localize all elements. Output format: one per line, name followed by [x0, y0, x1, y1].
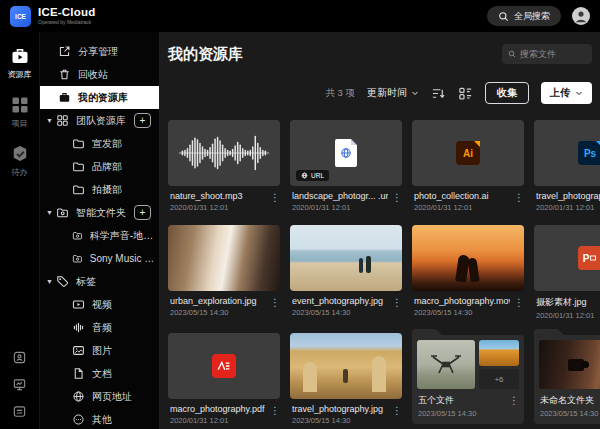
more-menu-button[interactable]: ⋮: [514, 193, 524, 203]
beach-photo-thumbnail: [290, 225, 402, 291]
top-header: ICE ICE-Cloud Operated by Mediatrack 全局搜…: [0, 0, 600, 32]
sidebar-my-library-label: 我的资源库: [78, 91, 128, 105]
slide-icon: [589, 254, 597, 262]
sort-dropdown[interactable]: 更新时间: [367, 86, 419, 100]
asset-card-ai[interactable]: Ai photo_collection.ai 2020/01/31 12:01 …: [412, 120, 524, 212]
more-menu-button[interactable]: ⋮: [514, 298, 524, 308]
file-search-box[interactable]: [502, 44, 592, 64]
file-date: 2020/01/31 12:01: [536, 311, 600, 320]
sidebar-item-my-library[interactable]: 我的资源库: [40, 86, 159, 109]
folder-date: 2023/05/15 14:30: [540, 409, 600, 418]
sidebar-item-smart-science[interactable]: 科学声音-地球守护: [40, 224, 159, 247]
folder-date: 2023/05/15 14:30: [418, 409, 507, 418]
sidebar-item-tag-audio[interactable]: 音频: [40, 316, 159, 339]
monitor-icon[interactable]: [12, 377, 27, 392]
more-menu-button[interactable]: ⋮: [270, 298, 280, 308]
sort-order-button[interactable]: [431, 86, 446, 101]
pdf-file-icon: [212, 354, 236, 378]
sidebar-item-dept-brand[interactable]: 品牌部: [40, 155, 159, 178]
file-search-input[interactable]: [520, 49, 586, 59]
rail-bottom-icons: [12, 350, 27, 419]
file-date: 2020/01/31 12:01: [414, 203, 510, 212]
folder-card-unnamed[interactable]: 未命名文件夹 2023/05/15 14:30 ⋮: [534, 329, 600, 425]
file-name: photo_collection.ai: [414, 191, 510, 201]
ppt-thumbnail: P: [534, 225, 600, 291]
toolbar: 共 3 项 更新时间 收集 上传: [168, 82, 600, 104]
tag-icon: [56, 275, 69, 288]
chevron-down-icon[interactable]: ▼: [46, 278, 54, 285]
sidebar-share-label: 分享管理: [78, 45, 118, 59]
sidebar-item-share[interactable]: 分享管理: [40, 40, 159, 63]
illustrator-file-icon: Ai: [456, 141, 480, 165]
file-date: 2020/01/31 12:01: [536, 203, 600, 212]
rail-item-todo[interactable]: 待办: [10, 144, 30, 178]
sidebar-item-dept-shoot[interactable]: 拍摄部: [40, 178, 159, 201]
asset-card-photo[interactable]: travel_photography.jpg 2023/05/15 14:30 …: [290, 333, 402, 425]
rail-item-library[interactable]: 资源库: [8, 46, 32, 80]
image-icon: [72, 344, 85, 357]
asset-card-audio[interactable]: nature_shoot.mp3 2020/01/31 12:01 ⋮: [168, 120, 280, 212]
more-menu-button[interactable]: ⋮: [270, 193, 280, 203]
chevron-down-icon[interactable]: ▼: [46, 117, 54, 124]
memo-icon[interactable]: [12, 404, 27, 419]
globe-icon: [340, 147, 352, 159]
file-name: 摄影素材.jpg: [536, 296, 600, 309]
sunset-video-thumbnail: [412, 225, 524, 291]
sidebar-item-tags[interactable]: ▼ 标签: [40, 270, 159, 293]
layout-grid-icon: [458, 86, 473, 101]
sidebar-tag-url-label: 网页地址: [92, 390, 132, 404]
sidebar-item-dept-xuanfa[interactable]: 宣发部: [40, 132, 159, 155]
chevron-down-icon[interactable]: ▼: [46, 209, 54, 216]
more-menu-button[interactable]: ⋮: [392, 406, 402, 416]
asset-card-photo[interactable]: event_photography.jpg 2023/05/15 14:30 ⋮: [290, 225, 402, 320]
sidebar-item-tag-other[interactable]: 其他: [40, 408, 159, 429]
asset-card-psd[interactable]: Ps travel_photograp... 2020/01/31 12:01 …: [534, 120, 600, 212]
folder-name: 未命名文件夹: [540, 394, 600, 407]
user-avatar[interactable]: [572, 7, 590, 25]
chevron-down-icon: [575, 89, 583, 97]
globe-icon: [301, 172, 308, 179]
collect-button[interactable]: 收集: [485, 82, 529, 104]
asset-card-ppt[interactable]: P 摄影素材.jpg 2020/01/31 12:01 ⋮: [534, 225, 600, 320]
more-menu-button[interactable]: ⋮: [509, 396, 519, 406]
sidebar-item-tag-video[interactable]: 视频: [40, 293, 159, 316]
sidebar-tag-doc-label: 文档: [92, 367, 112, 381]
sidebar-item-smart-folders[interactable]: ▼ 智能文件夹 +: [40, 201, 159, 224]
sidebar-tags-label: 标签: [76, 275, 96, 289]
upload-button[interactable]: 上传: [541, 82, 592, 104]
sidebar-team-library-label: 团队资源库: [76, 114, 126, 128]
more-menu-button[interactable]: ⋮: [270, 406, 280, 416]
folder-body: +6 五个文件 2023/05/15 14:30 ⋮: [412, 335, 524, 424]
smart-folder-icon: [56, 206, 69, 219]
wedding-photo-thumbnail: [168, 225, 280, 291]
global-search-label: 全局搜索: [514, 10, 550, 23]
asset-card-photo[interactable]: urban_exploration.jpg 2023/05/15 14:30 ⋮: [168, 225, 280, 320]
contact-card-icon[interactable]: [12, 350, 27, 365]
url-file-icon: [335, 139, 357, 167]
file-name: travel_photography.jpg: [292, 404, 388, 414]
more-menu-button[interactable]: ⋮: [392, 298, 402, 308]
sidebar-tag-other-label: 其他: [92, 413, 112, 427]
add-smart-folder-button[interactable]: +: [134, 205, 151, 220]
asset-card-url[interactable]: URL landscape_photogr... .url 2020/01/31…: [290, 120, 402, 212]
trash-icon: [58, 68, 71, 81]
asset-card-pdf[interactable]: macro_photography.pdf 2020/01/31 12:01 ⋮: [168, 333, 280, 425]
photoshop-file-icon: Ps: [578, 141, 600, 165]
powerpoint-file-icon: P: [578, 246, 600, 270]
sidebar-item-team-library[interactable]: ▼ 团队资源库 +: [40, 109, 159, 132]
sidebar-item-smart-sony[interactable]: Sony Music Drak...: [40, 247, 159, 270]
more-menu-button[interactable]: ⋮: [392, 193, 402, 203]
folder-card-collection[interactable]: +6 五个文件 2023/05/15 14:30 ⋮: [412, 329, 524, 425]
sidebar-item-tag-image[interactable]: 图片: [40, 339, 159, 362]
add-team-library-button[interactable]: +: [134, 113, 151, 128]
psd-thumbnail: Ps: [534, 120, 600, 186]
asset-card-video[interactable]: macro_photography.mov 2023/05/15 14:30 ⋮: [412, 225, 524, 320]
global-search-button[interactable]: 全局搜索: [487, 6, 561, 26]
layout-settings-button[interactable]: [458, 86, 473, 101]
rail-item-projects[interactable]: 项目: [10, 95, 30, 129]
file-name: travel_photograp...: [536, 191, 600, 201]
sidebar-item-recycle[interactable]: 回收站: [40, 63, 159, 86]
sidebar-item-tag-doc[interactable]: 文档: [40, 362, 159, 385]
sidebar-item-tag-url[interactable]: 网页地址: [40, 385, 159, 408]
item-count: 共 3 项: [325, 87, 355, 100]
